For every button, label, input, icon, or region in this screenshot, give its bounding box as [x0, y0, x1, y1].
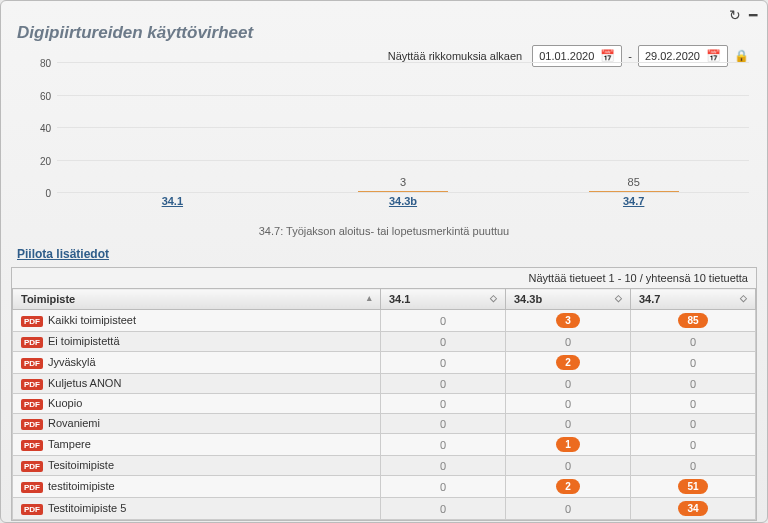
col-header-toimipiste[interactable]: Toimipiste▴ — [13, 289, 381, 310]
pdf-icon[interactable]: PDF — [21, 379, 43, 390]
pdf-icon[interactable]: PDF — [21, 337, 43, 348]
cell-toimipiste: PDFJyväskylä — [13, 352, 381, 374]
gridline — [57, 160, 749, 161]
table-row[interactable]: PDFEi toimipistettä000 — [13, 332, 756, 352]
toggle-details-link[interactable]: Piilota lisätiedot — [17, 247, 109, 261]
cell-value: 0 — [381, 498, 506, 520]
lock-icon[interactable]: 🔒 — [734, 49, 749, 63]
cell-value: 0 — [506, 456, 631, 476]
gridline — [57, 192, 749, 193]
sort-icon: ◇ — [740, 293, 747, 303]
table-row[interactable]: PDFJyväskylä020 — [13, 352, 756, 374]
count-pill: 3 — [556, 313, 580, 328]
col-label: 34.1 — [389, 293, 410, 305]
table-row[interactable]: PDFKuljetus ANON000 — [13, 374, 756, 394]
pdf-icon[interactable]: PDF — [21, 316, 43, 327]
x-axis-link[interactable]: 34.3b — [389, 195, 417, 207]
cell-toimipiste: PDFTampere — [13, 434, 381, 456]
cell-value: 51 — [631, 476, 756, 498]
x-axis-link[interactable]: 34.7 — [623, 195, 644, 207]
count-pill: 2 — [556, 479, 580, 494]
report-window: ↻ ━ Digipiirtureiden käyttövirheet Näytt… — [0, 0, 768, 523]
x-axis-link[interactable]: 34.1 — [162, 195, 183, 207]
gridline — [57, 62, 749, 63]
cell-value: 0 — [631, 352, 756, 374]
cell-value: 0 — [506, 394, 631, 414]
cell-toimipiste: PDFEi toimipistettä — [13, 332, 381, 352]
table-row[interactable]: PDFtestitoimipiste0251 — [13, 476, 756, 498]
cell-toimipiste: PDFKuljetus ANON — [13, 374, 381, 394]
chart-bars: 385 — [57, 63, 749, 193]
cell-value: 0 — [631, 456, 756, 476]
bar-value-label: 3 — [400, 176, 406, 188]
chart-plot-area: 385 — [57, 63, 749, 193]
bar-chart: 020406080 385 34.134.3b34.7 — [19, 63, 749, 223]
pdf-icon[interactable]: PDF — [21, 419, 43, 430]
table-row[interactable]: PDFKuopio000 — [13, 394, 756, 414]
gridline — [57, 95, 749, 96]
cell-toimipiste: PDFTestitoimipiste 5 — [13, 498, 381, 520]
cell-value: 0 — [381, 374, 506, 394]
date-to-value: 29.02.2020 — [645, 50, 700, 62]
table-row[interactable]: PDFTesitoimipiste000 — [13, 456, 756, 476]
cell-value: 0 — [381, 352, 506, 374]
table-row[interactable]: PDFRovaniemi000 — [13, 414, 756, 434]
table-summary: Näyttää tietueet 1 - 10 / yhteensä 10 ti… — [12, 268, 756, 288]
cell-value: 0 — [631, 434, 756, 456]
refresh-icon[interactable]: ↻ — [729, 7, 741, 23]
gridline — [57, 127, 749, 128]
pdf-icon[interactable]: PDF — [21, 399, 43, 410]
details-table: Toimipiste▴ 34.1◇ 34.3b◇ 34.7◇ PDFKaikki… — [12, 288, 756, 520]
col-label: 34.3b — [514, 293, 542, 305]
pdf-icon[interactable]: PDF — [21, 358, 43, 369]
cell-value: 1 — [506, 434, 631, 456]
cell-value: 0 — [631, 414, 756, 434]
sort-icon: ▴ — [367, 293, 372, 303]
date-from-value: 01.01.2020 — [539, 50, 594, 62]
table-body: PDFKaikki toimipisteet0385PDFEi toimipis… — [13, 310, 756, 520]
pdf-icon[interactable]: PDF — [21, 504, 43, 515]
cell-value: 0 — [381, 332, 506, 352]
date-range-label: Näyttää rikkomuksia alkaen — [388, 50, 523, 62]
cell-value: 0 — [506, 414, 631, 434]
cell-toimipiste: PDFKaikki toimipisteet — [13, 310, 381, 332]
col-header-34-3b[interactable]: 34.3b◇ — [506, 289, 631, 310]
col-header-34-1[interactable]: 34.1◇ — [381, 289, 506, 310]
cell-value: 3 — [506, 310, 631, 332]
chart-caption: 34.7: Työjakson aloitus- tai lopetusmerk… — [1, 225, 767, 237]
table-row[interactable]: PDFKaikki toimipisteet0385 — [13, 310, 756, 332]
table-row[interactable]: PDFTestitoimipiste 50034 — [13, 498, 756, 520]
cell-value: 34 — [631, 498, 756, 520]
table-row[interactable]: PDFTampere010 — [13, 434, 756, 456]
pdf-icon[interactable]: PDF — [21, 461, 43, 472]
cell-value: 0 — [631, 394, 756, 414]
pdf-icon[interactable]: PDF — [21, 482, 43, 493]
y-tick-label: 40 — [40, 123, 51, 134]
minimize-icon[interactable]: ━ — [749, 7, 757, 23]
date-sep: - — [628, 50, 632, 62]
col-label: Toimipiste — [21, 293, 75, 305]
cell-value: 0 — [631, 332, 756, 352]
window-controls: ↻ ━ — [729, 7, 757, 23]
cell-value: 0 — [506, 374, 631, 394]
y-tick-label: 60 — [40, 90, 51, 101]
cell-value: 2 — [506, 476, 631, 498]
cell-value: 0 — [381, 414, 506, 434]
page-title: Digipiirtureiden käyttövirheet — [1, 1, 767, 49]
cell-value: 2 — [506, 352, 631, 374]
calendar-icon[interactable]: 📅 — [600, 49, 615, 63]
count-pill: 2 — [556, 355, 580, 370]
chart-x-axis: 34.134.3b34.7 — [57, 195, 749, 223]
bar-value-label: 85 — [628, 176, 640, 188]
pdf-icon[interactable]: PDF — [21, 440, 43, 451]
y-tick-label: 80 — [40, 58, 51, 69]
count-pill: 1 — [556, 437, 580, 452]
cell-toimipiste: PDFTesitoimipiste — [13, 456, 381, 476]
sort-icon: ◇ — [615, 293, 622, 303]
calendar-icon[interactable]: 📅 — [706, 49, 721, 63]
cell-value: 0 — [506, 498, 631, 520]
details-table-wrap: Näyttää tietueet 1 - 10 / yhteensä 10 ti… — [11, 267, 757, 521]
count-pill: 85 — [678, 313, 707, 328]
cell-toimipiste: PDFtestitoimipiste — [13, 476, 381, 498]
col-header-34-7[interactable]: 34.7◇ — [631, 289, 756, 310]
